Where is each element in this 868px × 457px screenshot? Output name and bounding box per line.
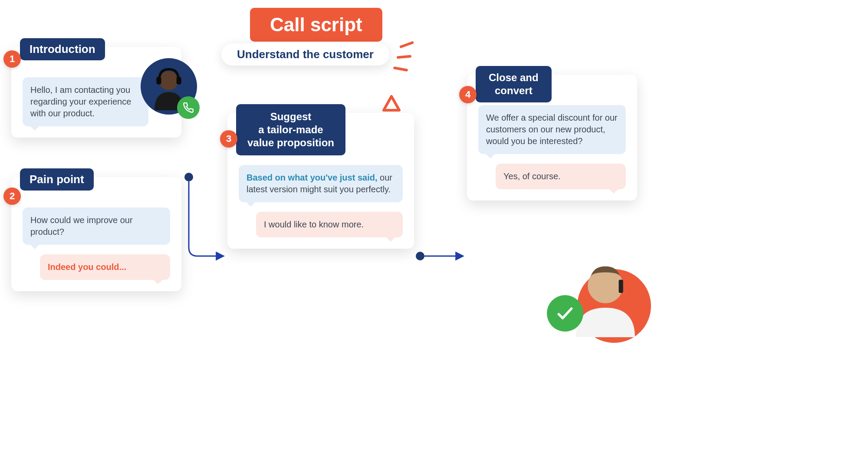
customer-avatar-group — [560, 252, 647, 339]
step-number-badge: 1 — [3, 50, 21, 68]
customer-text: Indeed you could... — [48, 262, 126, 272]
step-heading: Introduction — [20, 38, 105, 60]
agent-avatar-group — [141, 58, 197, 115]
agent-bubble: How could we improve our product? — [23, 207, 170, 245]
svg-point-0 — [159, 71, 178, 90]
customer-bubble: Yes, of course. — [496, 164, 626, 189]
step-heading: Suggest a tailor-made value proposition — [236, 104, 345, 155]
step-number-badge: 2 — [3, 187, 21, 205]
title-banner: Call script — [250, 8, 382, 42]
step-card-pain-point: Pain point How could we improve our prod… — [11, 177, 181, 291]
customer-bubble: I would like to know more. — [256, 212, 403, 237]
step-card-value-proposition: Suggest a tailor-made value proposition … — [227, 113, 414, 249]
step-heading: Pain point — [20, 168, 94, 191]
agent-text: Hello, I am contacting you regarding you… — [30, 85, 131, 118]
step-heading: Close and convert — [476, 66, 552, 102]
phone-icon — [177, 96, 200, 119]
agent-bubble: Based on what you've just said, our late… — [239, 165, 403, 202]
agent-bubble: We offer a special discount for our cust… — [478, 105, 626, 154]
agent-emphasis-text: Based on what you've just said, — [247, 173, 378, 182]
agent-text: We offer a special discount for our cust… — [486, 113, 618, 146]
svg-rect-5 — [619, 279, 623, 293]
svg-point-6 — [184, 173, 193, 181]
subtitle-pill: Understand the customer — [221, 43, 389, 66]
agent-bubble: Hello, I am contacting you regarding you… — [23, 77, 148, 126]
svg-point-7 — [416, 252, 424, 260]
svg-rect-2 — [177, 77, 181, 85]
customer-text: Yes, of course. — [503, 171, 561, 181]
customer-text: I would like to know more. — [264, 220, 364, 229]
agent-text: How could we improve our product? — [30, 215, 133, 237]
customer-bubble: Indeed you could... — [40, 254, 170, 280]
svg-marker-3 — [384, 96, 399, 110]
step-card-close-convert: Close and convert We offer a special dis… — [467, 75, 637, 201]
step-number-badge: 4 — [459, 86, 477, 103]
check-icon — [547, 295, 583, 332]
svg-rect-1 — [156, 77, 161, 85]
step-number-badge: 3 — [220, 130, 237, 148]
